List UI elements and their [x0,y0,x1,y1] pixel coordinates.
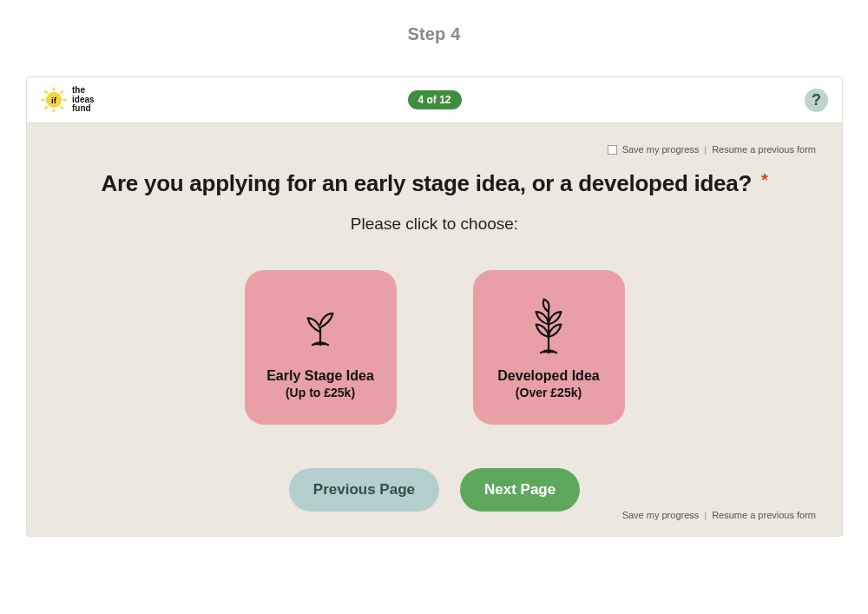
choice-developed[interactable]: Developed Idea (Over £25k) [473,270,625,425]
separator: | [704,144,707,155]
svg-line-8 [45,107,48,109]
step-indicator: Step 4 [0,0,868,44]
question-subtitle: Please click to choose: [62,215,807,234]
required-asterisk: * [761,170,768,189]
choice-group: Early Stage Idea (Up to £25k) Develope [27,270,842,425]
save-progress-checkbox[interactable] [608,145,617,155]
form-header: if the ideas fund 4 of 12 ? [27,77,842,123]
choice-title: Developed Idea [497,368,599,384]
save-progress-bar-bottom: Save my progress | Resume a previous for… [27,510,842,520]
save-progress-bar-top: Save my progress | Resume a previous for… [27,123,842,155]
question-title-text: Are you applying for an early stage idea… [101,170,752,196]
sprout-icon [295,295,345,363]
resume-form-link-bottom[interactable]: Resume a previous form [712,510,816,520]
svg-line-6 [61,107,63,109]
choice-subtitle: (Up to £25k) [286,386,355,399]
next-page-button[interactable]: Next Page [460,468,580,512]
question-title: Are you applying for an early stage idea… [62,170,807,197]
form-card: if the ideas fund 4 of 12 ? Save my prog… [26,76,843,537]
nav-row: Previous Page Next Page [27,468,842,512]
separator: | [704,510,707,520]
save-progress-link[interactable]: Save my progress [622,144,700,155]
svg-line-5 [45,91,48,94]
save-progress-link-bottom[interactable]: Save my progress [622,510,700,520]
choice-subtitle: (Over £25k) [516,386,582,399]
brand-logo-text: the ideas fund [72,86,95,114]
resume-form-link[interactable]: Resume a previous form [712,144,816,155]
plant-icon [523,295,574,363]
svg-line-7 [61,91,63,94]
previous-page-button[interactable]: Previous Page [289,468,439,512]
brand-logo: if the ideas fund [41,86,95,114]
choice-early-stage[interactable]: Early Stage Idea (Up to £25k) [245,270,397,425]
help-icon: ? [812,91,821,109]
svg-text:if: if [51,96,57,105]
choice-title: Early Stage Idea [266,368,374,384]
help-button[interactable]: ? [805,89,828,112]
progress-pill: 4 of 12 [407,90,461,109]
question-block: Are you applying for an early stage idea… [27,170,842,234]
sun-icon: if [41,87,67,113]
